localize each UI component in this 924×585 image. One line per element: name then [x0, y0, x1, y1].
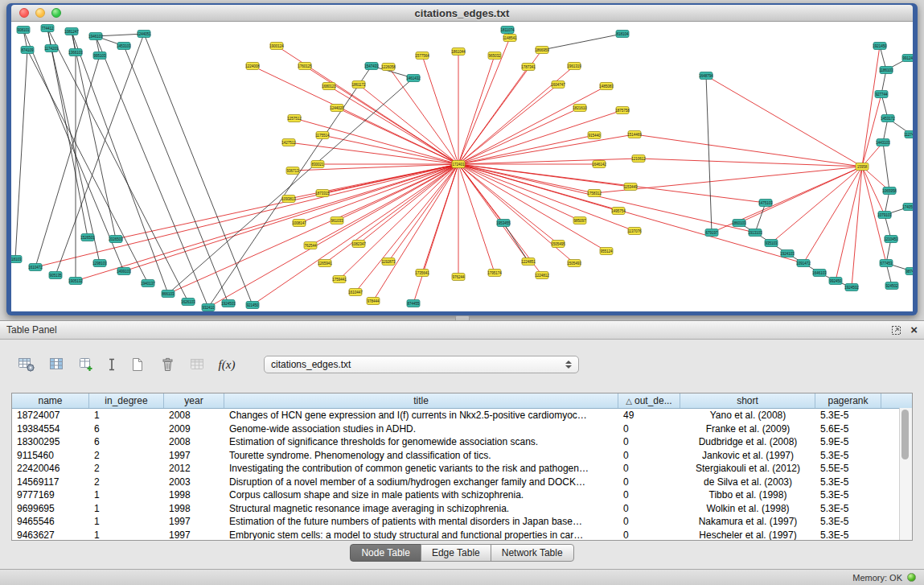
network-node[interactable]: 1093813	[281, 196, 296, 203]
new-table-icon[interactable]	[127, 354, 148, 375]
network-node[interactable]: 1900124	[269, 43, 284, 50]
column-header-name[interactable]: name	[12, 393, 89, 408]
table-row[interactable]: 977716911998Corpus callosum shape and si…	[12, 488, 912, 502]
network-node[interactable]: 1610472	[28, 264, 43, 271]
network-node[interactable]: 932410	[202, 304, 215, 311]
window-titlebar[interactable]: citations_edges.txt	[11, 5, 913, 22]
network-edge[interactable]	[706, 76, 862, 167]
network-node[interactable]: 1499103	[117, 268, 131, 275]
network-node[interactable]: 762544	[304, 242, 317, 249]
network-graph[interactable]: 1724011861044965032178734116047471821610…	[11, 22, 913, 311]
network-edge[interactable]	[72, 31, 168, 294]
delete-table-icon[interactable]	[157, 354, 178, 375]
network-edge[interactable]	[639, 159, 862, 167]
network-node[interactable]: 1646142	[592, 161, 606, 168]
network-edge[interactable]	[803, 167, 862, 263]
network-node[interactable]: 1224812	[535, 272, 549, 279]
network-edge[interactable]	[706, 76, 712, 233]
network-node[interactable]: 987450	[906, 268, 913, 275]
network-node[interactable]: 874109	[21, 47, 34, 54]
network-node[interactable]: 1577564	[415, 52, 429, 60]
network-node[interactable]: 1008147	[292, 220, 306, 227]
network-node[interactable]: 1921450	[873, 43, 887, 50]
network-node[interactable]: 1924503	[221, 300, 236, 307]
network-edge[interactable]	[862, 167, 885, 215]
network-node[interactable]: 1174203	[44, 45, 59, 52]
network-node[interactable]: 1265941	[318, 260, 332, 267]
network-node[interactable]: 1427512	[281, 139, 296, 146]
network-node[interactable]: 1186103	[879, 67, 893, 74]
network-node[interactable]: 978444	[367, 298, 380, 305]
network-node[interactable]: 961033	[331, 217, 343, 225]
network-node[interactable]: 976244	[452, 274, 465, 281]
table-row[interactable]: 946362711997Embryonic stem cells: a mode…	[12, 529, 912, 542]
network-edge[interactable]	[15, 50, 27, 259]
network-node[interactable]: 1873315	[315, 190, 330, 197]
network-node[interactable]: 1153449	[623, 183, 638, 191]
minimize-window-button[interactable]	[35, 8, 45, 18]
function-builder-button[interactable]: f(x)	[216, 354, 237, 375]
network-node[interactable]: 1210453	[884, 236, 898, 243]
network-edge[interactable]	[458, 135, 594, 164]
network-node[interactable]: 1366103	[68, 49, 83, 56]
network-edge[interactable]	[124, 164, 458, 271]
network-edge[interactable]	[458, 164, 528, 262]
column-header-in-degree[interactable]: in_degree	[89, 393, 164, 408]
table-row[interactable]: 969969511998Structural magnetic resonanc…	[12, 502, 912, 516]
network-node[interactable]: 1443103	[876, 139, 890, 146]
network-node[interactable]: 1526503	[80, 234, 95, 241]
network-node[interactable]: 1257512	[287, 115, 302, 122]
network-edge[interactable]	[755, 203, 766, 233]
column-header-out-de-[interactable]: △out_de...	[618, 393, 680, 408]
network-edge[interactable]	[458, 38, 510, 164]
network-canvas[interactable]: 1724011861044965032178734116047471821610…	[11, 22, 913, 311]
tab-network-table[interactable]: Network Table	[491, 544, 574, 562]
table-scrollbar-thumb[interactable]	[901, 410, 909, 459]
network-node[interactable]: 905135	[49, 272, 62, 279]
network-node[interactable]: 874455	[407, 300, 420, 307]
network-edge[interactable]	[47, 28, 188, 302]
network-edge[interactable]	[883, 142, 889, 191]
column-header-title[interactable]: title	[224, 393, 618, 408]
network-node[interactable]: 1475103	[758, 200, 773, 207]
network-node[interactable]: 935103	[765, 240, 778, 247]
network-edge[interactable]	[542, 34, 622, 50]
network-node[interactable]: 1091472	[796, 260, 811, 267]
network-node[interactable]: 991245	[902, 55, 913, 62]
network-edge[interactable]	[852, 167, 862, 287]
network-node[interactable]: 955124	[600, 248, 613, 255]
network-node[interactable]: 1453103	[117, 43, 131, 50]
network-node[interactable]: 1505493	[567, 260, 581, 267]
network-node[interactable]: 1648794	[699, 72, 713, 80]
network-node[interactable]: 927744	[875, 91, 888, 98]
network-node[interactable]: 1913103	[748, 229, 762, 237]
table-row[interactable]: 1872400712008Changes of HCN gene express…	[12, 409, 912, 422]
network-node[interactable]: 1735641	[415, 270, 429, 277]
network-node[interactable]: 1547433	[364, 63, 379, 70]
show-columns-icon[interactable]	[46, 354, 67, 375]
network-edge[interactable]	[359, 84, 458, 164]
network-node[interactable]: 1866959	[535, 47, 549, 54]
tab-node-table[interactable]: Node Table	[350, 544, 421, 562]
network-edge[interactable]	[458, 164, 580, 220]
network-node[interactable]: 1821610	[573, 105, 587, 112]
network-node[interactable]: 965032	[488, 52, 501, 60]
network-node[interactable]: 1175514	[315, 132, 330, 139]
import-table-icon[interactable]	[187, 354, 207, 375]
network-node[interactable]: 1485083	[599, 83, 614, 90]
table-row[interactable]: 911546021997Tourette syndrome. Phenomeno…	[12, 449, 912, 463]
network-node[interactable]: 818104	[616, 31, 629, 38]
network-edge[interactable]	[208, 164, 458, 307]
table-row[interactable]: 946554611997Estimation of the future num…	[12, 515, 912, 529]
network-node[interactable]: 1626103	[181, 299, 195, 306]
zoom-window-button[interactable]	[51, 8, 61, 18]
float-panel-icon[interactable]	[889, 323, 902, 336]
network-edge[interactable]	[458, 164, 766, 203]
network-node[interactable]: 995103	[93, 52, 106, 60]
network-edge[interactable]	[305, 66, 458, 164]
network-edge[interactable]	[458, 164, 558, 244]
close-panel-icon[interactable]: ×	[910, 323, 918, 336]
network-node[interactable]: 1081247	[64, 28, 79, 35]
network-node[interactable]: 1646103	[812, 270, 827, 277]
network-node[interactable]: 1065958	[882, 187, 897, 195]
